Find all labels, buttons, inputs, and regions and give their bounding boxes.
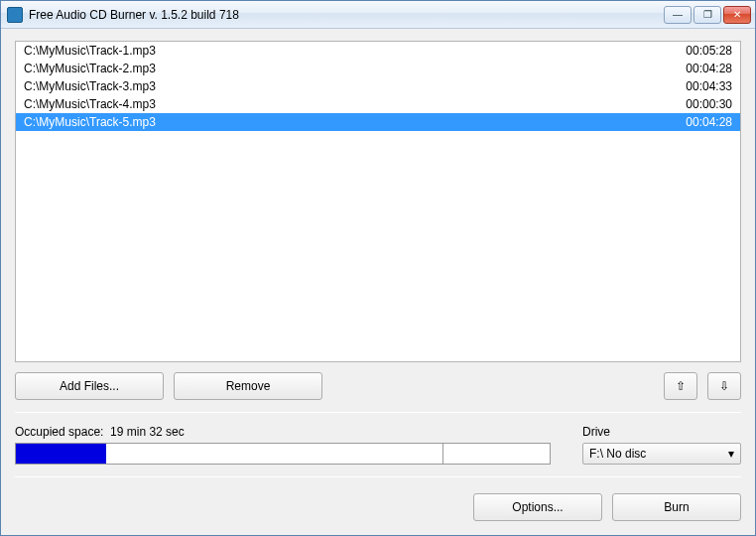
track-duration: 00:04:28 [686, 61, 732, 76]
disc-space-progress [15, 443, 551, 465]
progress-tick [442, 444, 443, 464]
burn-button[interactable]: Burn [612, 493, 741, 521]
minimize-button[interactable]: — [664, 6, 692, 24]
track-duration: 00:00:30 [686, 96, 732, 112]
status-row: Occupied space: 19 min 32 sec Drive F:\ … [15, 425, 741, 465]
window-buttons: — ❐ ✕ [664, 6, 751, 24]
track-path: C:\MyMusic\Track-2.mp3 [24, 61, 156, 76]
add-files-button[interactable]: Add Files... [15, 372, 164, 400]
app-window: Free Audio CD Burner v. 1.5.2 build 718 … [0, 0, 756, 536]
bottom-buttons-row: Options... Burn [15, 493, 741, 521]
track-path: C:\MyMusic\Track-1.mp3 [24, 43, 156, 59]
move-up-button[interactable]: ⇧ [664, 372, 697, 400]
track-row[interactable]: C:\MyMusic\Track-1.mp300:05:28 [16, 42, 740, 60]
file-buttons-row: Add Files... Remove ⇧ ⇩ [15, 372, 741, 400]
track-path: C:\MyMusic\Track-3.mp3 [24, 78, 156, 94]
remove-button[interactable]: Remove [174, 372, 322, 400]
track-row[interactable]: C:\MyMusic\Track-2.mp300:04:28 [16, 60, 740, 77]
track-duration: 00:04:28 [686, 114, 732, 130]
occupied-space-label: Occupied space: 19 min 32 sec [15, 425, 567, 439]
arrow-up-icon: ⇧ [676, 379, 686, 393]
track-row[interactable]: C:\MyMusic\Track-5.mp300:04:28 [16, 113, 740, 131]
track-row[interactable]: C:\MyMusic\Track-4.mp300:00:30 [16, 95, 740, 113]
drive-label: Drive [582, 425, 741, 439]
progress-fill [16, 444, 106, 464]
track-row[interactable]: C:\MyMusic\Track-3.mp300:04:33 [16, 77, 740, 95]
window-title: Free Audio CD Burner v. 1.5.2 build 718 [29, 8, 664, 22]
track-duration: 00:05:28 [686, 43, 732, 59]
separator-1 [15, 412, 741, 413]
move-down-button[interactable]: ⇩ [707, 372, 741, 400]
app-icon [7, 7, 23, 23]
track-duration: 00:04:33 [686, 78, 732, 94]
content-area: C:\MyMusic\Track-1.mp300:05:28C:\MyMusic… [1, 29, 755, 535]
track-path: C:\MyMusic\Track-4.mp3 [24, 96, 156, 112]
titlebar[interactable]: Free Audio CD Burner v. 1.5.2 build 718 … [1, 1, 755, 29]
drive-select[interactable]: F:\ No disc ▾ [582, 443, 741, 465]
track-list[interactable]: C:\MyMusic\Track-1.mp300:05:28C:\MyMusic… [15, 41, 741, 362]
maximize-button[interactable]: ❐ [693, 6, 721, 24]
separator-2 [15, 476, 741, 477]
arrow-down-icon: ⇩ [719, 379, 729, 393]
chevron-down-icon: ▾ [728, 447, 734, 461]
track-path: C:\MyMusic\Track-5.mp3 [24, 114, 156, 130]
occupied-space-value: 19 min 32 sec [110, 425, 185, 439]
close-button[interactable]: ✕ [723, 6, 751, 24]
drive-selected-value: F:\ No disc [589, 447, 646, 461]
options-button[interactable]: Options... [473, 493, 602, 521]
